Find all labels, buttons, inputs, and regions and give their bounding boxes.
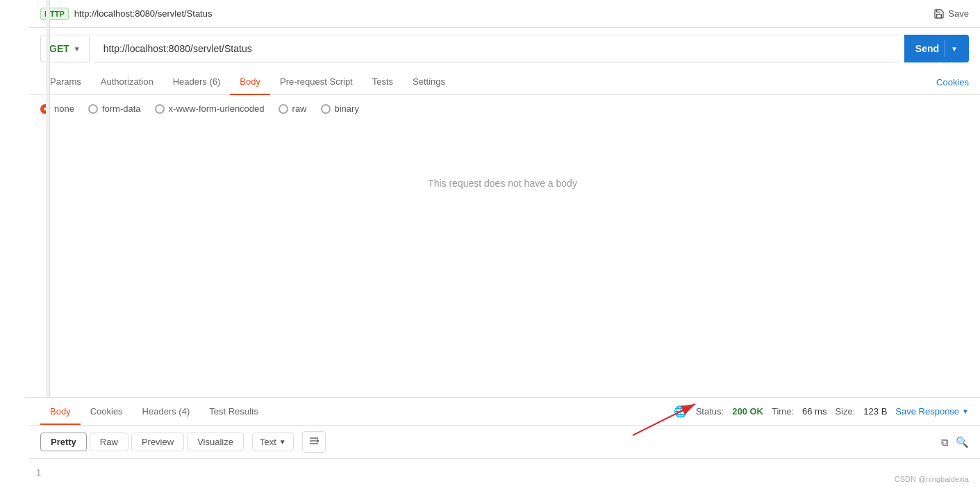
tab-pre-request-script[interactable]: Pre-request Script bbox=[270, 69, 363, 95]
radio-form-data-label: form-data bbox=[102, 103, 141, 114]
watermark: CSDN @ningbaidexia bbox=[895, 475, 969, 483]
save-response-chevron-icon: ▼ bbox=[962, 408, 969, 415]
response-action-icons: ⧉ 🔍 bbox=[941, 436, 969, 449]
top-bar: HTTP http://localhost:8080/servlet/Statu… bbox=[29, 0, 980, 28]
resp-tab-headers[interactable]: Headers (4) bbox=[133, 399, 200, 425]
size-value: 123 B bbox=[863, 406, 887, 417]
response-status-area: 🌐 Status: 200 OK Time: 66 ms Size: 123 B… bbox=[674, 405, 969, 418]
radio-raw[interactable]: raw bbox=[279, 103, 307, 114]
radio-binary[interactable]: binary bbox=[321, 103, 359, 114]
top-url: http://localhost:8080/servlet/Status bbox=[74, 8, 934, 19]
save-icon bbox=[933, 8, 945, 19]
resp-tab-test-results[interactable]: Test Results bbox=[199, 399, 268, 425]
save-response-label: Save Response bbox=[895, 406, 959, 417]
text-type-label: Text bbox=[260, 437, 276, 447]
tab-body[interactable]: Body bbox=[230, 69, 270, 95]
request-tabs: Params Authorization Headers (6) Body Pr… bbox=[29, 69, 980, 95]
response-body: 1 bbox=[25, 459, 980, 486]
response-panel: Body Cookies Headers (4) Test Results 🌐 … bbox=[25, 397, 980, 486]
resp-tab-body[interactable]: Body bbox=[40, 399, 81, 425]
send-dropdown-icon: ▼ bbox=[951, 45, 958, 53]
request-bar: GET ▼ Send ▼ bbox=[29, 28, 980, 69]
time-label: Time: bbox=[772, 406, 794, 417]
cookies-link[interactable]: Cookies bbox=[936, 77, 969, 87]
format-raw-button[interactable]: Raw bbox=[90, 433, 128, 451]
body-options: none form-data x-www-form-urlencoded raw… bbox=[29, 95, 980, 122]
tab-authorization[interactable]: Authorization bbox=[91, 69, 163, 95]
chevron-down-icon: ▼ bbox=[74, 45, 81, 53]
method-label: GET bbox=[49, 43, 69, 54]
globe-icon: 🌐 bbox=[674, 405, 688, 418]
save-button-top[interactable]: Save bbox=[933, 8, 969, 19]
save-response-button[interactable]: Save Response ▼ bbox=[895, 406, 969, 417]
format-visualize-button[interactable]: Visualize bbox=[187, 433, 244, 451]
response-format-bar: Pretty Raw Preview Visualize Text ▼ ⧉ 🔍 bbox=[29, 426, 980, 459]
text-type-select[interactable]: Text ▼ bbox=[252, 433, 294, 451]
status-code: 200 OK bbox=[732, 406, 763, 417]
radio-raw-label: raw bbox=[292, 103, 307, 114]
radio-binary-circle bbox=[321, 104, 331, 114]
radio-form-data[interactable]: form-data bbox=[88, 103, 141, 114]
radio-urlencoded-label: x-www-form-urlencoded bbox=[169, 103, 265, 114]
format-preview-button[interactable]: Preview bbox=[131, 433, 184, 451]
radio-urlencoded-circle bbox=[155, 104, 165, 114]
response-tabs: Body Cookies Headers (4) Test Results 🌐 … bbox=[29, 398, 980, 426]
format-pretty-button[interactable]: Pretty bbox=[40, 433, 87, 451]
radio-none-label: none bbox=[54, 103, 74, 114]
tab-settings[interactable]: Settings bbox=[403, 69, 455, 95]
tab-tests[interactable]: Tests bbox=[363, 69, 403, 95]
radio-binary-label: binary bbox=[335, 103, 359, 114]
wrap-icon bbox=[308, 435, 319, 446]
tab-headers[interactable]: Headers (6) bbox=[163, 69, 231, 95]
wrap-button[interactable] bbox=[302, 431, 326, 453]
save-label: Save bbox=[948, 8, 969, 19]
url-input[interactable] bbox=[95, 35, 899, 62]
resp-tab-cookies[interactable]: Cookies bbox=[81, 399, 133, 425]
size-label: Size: bbox=[835, 406, 855, 417]
status-label: Status: bbox=[696, 406, 724, 417]
radio-form-data-circle bbox=[88, 104, 98, 114]
time-value: 66 ms bbox=[802, 406, 827, 417]
send-button[interactable]: Send ▼ bbox=[904, 35, 969, 62]
search-icon[interactable]: 🔍 bbox=[956, 436, 969, 449]
send-label: Send bbox=[915, 43, 939, 54]
text-type-chevron-icon: ▼ bbox=[279, 438, 286, 446]
radio-raw-circle bbox=[279, 104, 288, 114]
copy-icon[interactable]: ⧉ bbox=[941, 436, 949, 449]
line-number: 1 bbox=[36, 467, 41, 478]
http-badge: HTTP bbox=[40, 8, 69, 20]
no-body-message: This request does not have a body bbox=[25, 122, 980, 244]
radio-urlencoded[interactable]: x-www-form-urlencoded bbox=[155, 103, 265, 114]
